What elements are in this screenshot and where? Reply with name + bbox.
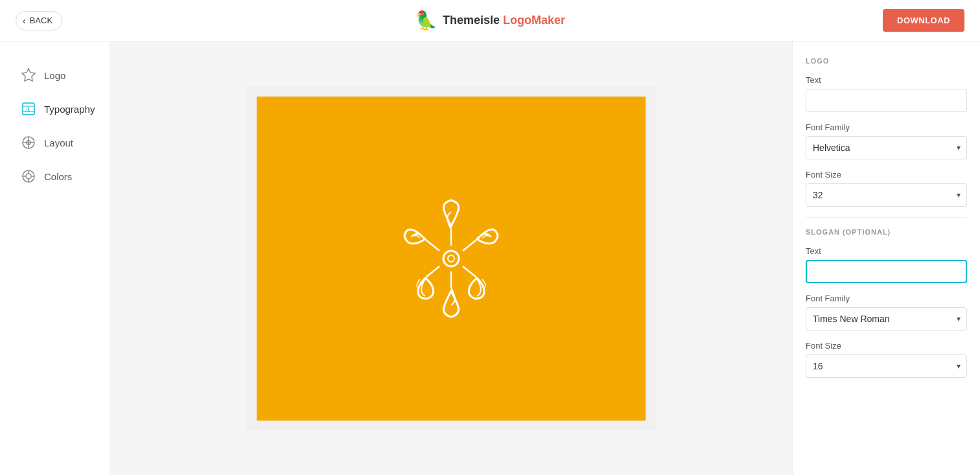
svg-point-10: [26, 174, 31, 179]
right-panel: LOGO Text Font Family Helvetica Arial Ti…: [792, 41, 980, 475]
sidebar: Logo A Typography Layout: [0, 41, 110, 475]
logo-font-size-wrapper: 12141618 20242832 364048 ▾: [806, 183, 967, 207]
logo-icon: [21, 67, 36, 83]
logo-font-family-label: Font Family: [806, 122, 967, 132]
logo-font-size-label: Font Size: [806, 170, 967, 180]
sidebar-label-typography: Typography: [44, 104, 95, 115]
sidebar-item-logo[interactable]: Logo: [5, 61, 104, 89]
main-layout: Logo A Typography Layout: [0, 41, 980, 475]
divider: [806, 217, 967, 218]
sidebar-item-layout[interactable]: Layout: [5, 128, 104, 157]
sidebar-label-layout: Layout: [44, 137, 73, 148]
header-left: ‹ BACK: [16, 11, 62, 30]
brand-logomaker: LogoMaker: [500, 14, 565, 27]
slogan-font-family-label: Font Family: [806, 294, 967, 303]
slogan-font-size-select[interactable]: 10121416 1820242832: [806, 354, 967, 378]
header: ‹ BACK 🦜 Themeisle LogoMaker DOWNLOAD: [0, 0, 980, 41]
logo-font-family-wrapper: Helvetica Arial Times New Roman Georgia …: [806, 136, 967, 159]
brand-name: Themeisle LogoMaker: [443, 14, 565, 27]
svg-line-17: [463, 266, 476, 277]
slogan-font-family-wrapper: Helvetica Arial Times New Roman Georgia …: [806, 307, 967, 330]
svg-point-22: [448, 255, 454, 262]
parrot-icon: 🦜: [415, 10, 438, 31]
svg-marker-0: [22, 69, 35, 81]
back-button[interactable]: ‹ BACK: [16, 11, 62, 30]
svg-point-21: [443, 251, 459, 266]
canvas-area: [110, 41, 792, 475]
logo-font-size-select[interactable]: 12141618 20242832 364048: [806, 183, 967, 207]
chevron-left-icon: ‹: [23, 16, 26, 26]
slogan-font-family-group: Font Family Helvetica Arial Times New Ro…: [806, 294, 967, 330]
svg-line-19: [426, 266, 439, 277]
sidebar-item-colors[interactable]: Colors: [5, 162, 104, 191]
slogan-font-size-group: Font Size 10121416 1820242832 ▾: [806, 341, 967, 378]
layout-icon: [21, 135, 36, 150]
back-label: BACK: [30, 16, 52, 25]
logo-section-title: LOGO: [806, 57, 967, 65]
logo-font-family-group: Font Family Helvetica Arial Times New Ro…: [806, 122, 967, 159]
slogan-font-size-label: Font Size: [806, 341, 967, 351]
logo-font-family-select[interactable]: Helvetica Arial Times New Roman Georgia …: [806, 136, 967, 159]
slogan-text-field-group: Text: [806, 246, 967, 283]
logo-text-field-group: Text: [806, 75, 967, 112]
canvas-inner: [257, 97, 646, 421]
logo-text-input[interactable]: [806, 89, 967, 112]
typography-icon: A: [21, 101, 36, 117]
logo-text-label: Text: [806, 75, 967, 85]
slogan-section-title: SLOGAN (Optional): [806, 228, 967, 236]
svg-line-16: [463, 240, 476, 251]
slogan-text-input[interactable]: [806, 260, 967, 283]
brand-themeisle: Themeisle: [443, 14, 500, 27]
canvas-wrapper: [246, 86, 656, 431]
slogan-text-label: Text: [806, 246, 967, 256]
slogan-font-family-select[interactable]: Helvetica Arial Times New Roman Georgia …: [806, 307, 967, 330]
sidebar-label-colors: Colors: [44, 171, 72, 182]
header-center: 🦜 Themeisle LogoMaker: [415, 10, 565, 31]
sidebar-label-logo: Logo: [44, 70, 65, 81]
svg-line-20: [426, 240, 439, 251]
logo-canvas-icon: [386, 194, 516, 323]
download-button[interactable]: DOWNLOAD: [883, 9, 964, 32]
sidebar-item-typography[interactable]: A Typography: [5, 95, 104, 123]
slogan-font-size-wrapper: 10121416 1820242832 ▾: [806, 354, 967, 378]
colors-icon: [21, 168, 36, 184]
logo-font-size-group: Font Size 12141618 20242832 364048 ▾: [806, 170, 967, 207]
